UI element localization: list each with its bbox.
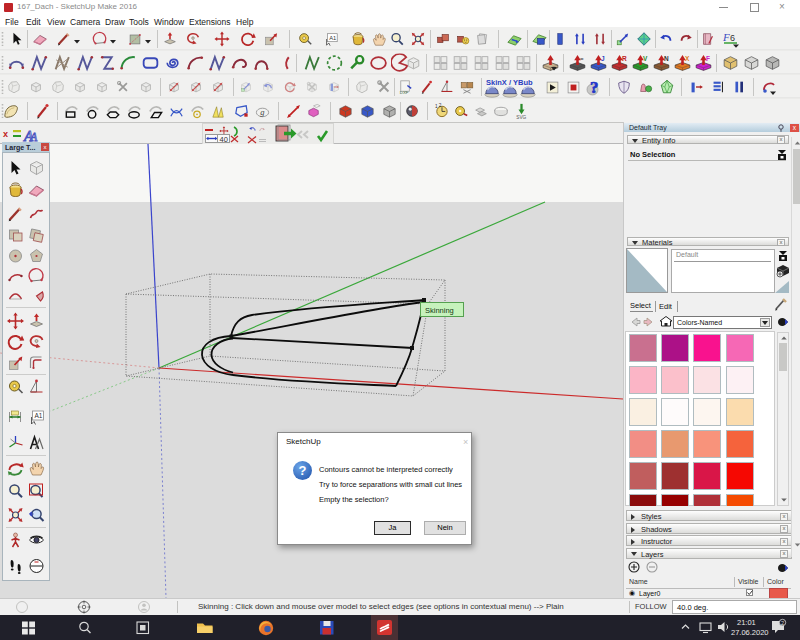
- svg-text:40: 40: [220, 135, 228, 144]
- svg-text:21:01: 21:01: [737, 618, 756, 627]
- svg-text:27.06.2020: 27.06.2020: [731, 628, 769, 637]
- svg-text:V: V: [643, 55, 648, 62]
- svg-text:=: =: [580, 56, 584, 62]
- svg-text:SkinX / YBub: SkinX / YBub: [486, 78, 533, 87]
- svg-text:Skinning: Skinning: [425, 306, 454, 315]
- svg-text:X: X: [685, 55, 690, 62]
- svg-text:2: 2: [781, 620, 784, 626]
- svg-text:N: N: [664, 55, 669, 62]
- svg-text:R: R: [622, 55, 627, 62]
- svg-text:F: F: [706, 55, 710, 62]
- svg-text:J: J: [601, 55, 605, 62]
- svg-text:x: x: [3, 129, 8, 139]
